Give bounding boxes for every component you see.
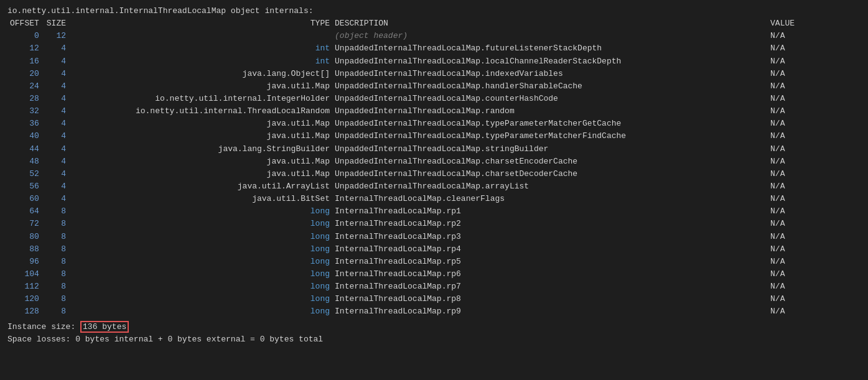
cell-type: java.lang.Object[] <box>71 68 332 80</box>
table-row: 404java.util.MapUnpaddedInternalThreadLo… <box>7 130 861 142</box>
cell-value: N/A <box>768 218 861 230</box>
cell-description: UnpaddedInternalThreadLocalMap.typeParam… <box>332 118 768 130</box>
cell-type: java.util.Map <box>71 130 332 142</box>
cell-type: long <box>71 305 332 318</box>
column-headers: OFFSET SIZE TYPE DESCRIPTION VALUE <box>7 17 861 30</box>
cell-size: 4 <box>44 168 71 180</box>
cell-offset: 52 <box>7 168 44 180</box>
cell-value: N/A <box>768 305 861 318</box>
cell-offset: 24 <box>7 80 44 93</box>
cell-size: 4 <box>44 143 71 155</box>
cell-type: java.util.Map <box>71 118 332 130</box>
space-losses-line: Space losses: 0 bytes internal + 0 bytes… <box>7 333 861 346</box>
cell-type: java.util.BitSet <box>71 193 332 205</box>
cell-type: java.util.ArrayList <box>71 180 332 193</box>
cell-value: N/A <box>768 231 861 243</box>
cell-offset: 80 <box>7 231 44 243</box>
cell-description: UnpaddedInternalThreadLocalMap.typeParam… <box>332 130 768 142</box>
cell-offset: 16 <box>7 55 44 68</box>
cell-size: 4 <box>44 55 71 68</box>
cell-description: UnpaddedInternalThreadLocalMap.arrayList <box>332 180 768 193</box>
table-row: 524java.util.MapUnpaddedInternalThreadLo… <box>7 168 861 180</box>
cell-type: long <box>71 293 332 305</box>
cell-offset: 28 <box>7 93 44 105</box>
cell-size: 8 <box>44 243 71 256</box>
cell-type: io.netty.util.internal.ThreadLocalRandom <box>71 105 332 118</box>
col-header-type: TYPE <box>71 17 332 30</box>
cell-description: UnpaddedInternalThreadLocalMap.handlerSh… <box>332 80 768 93</box>
cell-size: 4 <box>44 180 71 193</box>
cell-description: (object header) <box>332 30 768 42</box>
table-row: 604java.util.BitSetInternalThreadLocalMa… <box>7 193 861 205</box>
table-row: 364java.util.MapUnpaddedInternalThreadLo… <box>7 118 861 130</box>
col-header-value: VALUE <box>768 17 861 30</box>
cell-offset: 72 <box>7 218 44 230</box>
cell-description: UnpaddedInternalThreadLocalMap.charsetDe… <box>332 168 768 180</box>
cell-type: long <box>71 268 332 280</box>
table-row: 124intUnpaddedInternalThreadLocalMap.fut… <box>7 42 861 55</box>
cell-size: 4 <box>44 93 71 105</box>
cell-size: 8 <box>44 231 71 243</box>
cell-size: 8 <box>44 256 71 268</box>
cell-description: InternalThreadLocalMap.rp5 <box>332 256 768 268</box>
cell-value: N/A <box>768 42 861 55</box>
header-line: io.netty.util.internal.InternalThreadLoc… <box>7 5 861 17</box>
cell-size: 8 <box>44 268 71 280</box>
cell-type: java.util.Map <box>71 80 332 93</box>
table-row: 164intUnpaddedInternalThreadLocalMap.loc… <box>7 55 861 68</box>
cell-description: UnpaddedInternalThreadLocalMap.charsetEn… <box>332 155 768 168</box>
cell-value: N/A <box>768 280 861 293</box>
cell-type: io.netty.util.internal.IntegerHolder <box>71 93 332 105</box>
cell-value: N/A <box>768 55 861 68</box>
cell-size: 4 <box>44 68 71 80</box>
cell-value: N/A <box>768 268 861 280</box>
cell-offset: 96 <box>7 256 44 268</box>
table-row: 648longInternalThreadLocalMap.rp1N/A <box>7 205 861 218</box>
cell-size: 8 <box>44 205 71 218</box>
cell-type: long <box>71 231 332 243</box>
cell-value: N/A <box>768 68 861 80</box>
cell-size: 4 <box>44 42 71 55</box>
table-row: 1128longInternalThreadLocalMap.rp7N/A <box>7 280 861 293</box>
footer: Instance size: 136 bytes Space losses: 0… <box>7 321 861 346</box>
cell-size: 8 <box>44 293 71 305</box>
cell-offset: 120 <box>7 293 44 305</box>
col-header-size: SIZE <box>44 17 71 30</box>
cell-offset: 88 <box>7 243 44 256</box>
cell-description: UnpaddedInternalThreadLocalMap.localChan… <box>332 55 768 68</box>
cell-description: UnpaddedInternalThreadLocalMap.counterHa… <box>332 93 768 105</box>
cell-type: long <box>71 205 332 218</box>
cell-value: N/A <box>768 105 861 118</box>
cell-value: N/A <box>768 155 861 168</box>
cell-value: N/A <box>768 256 861 268</box>
cell-offset: 112 <box>7 280 44 293</box>
cell-value: N/A <box>768 293 861 305</box>
cell-description: InternalThreadLocalMap.rp4 <box>332 243 768 256</box>
table-row: 444java.lang.StringBuilderUnpaddedIntern… <box>7 143 861 155</box>
col-header-offset: OFFSET <box>7 17 44 30</box>
cell-size: 8 <box>44 218 71 230</box>
cell-description: UnpaddedInternalThreadLocalMap.futureLis… <box>332 42 768 55</box>
cell-size: 8 <box>44 305 71 318</box>
table-row: 968longInternalThreadLocalMap.rp5N/A <box>7 256 861 268</box>
cell-offset: 128 <box>7 305 44 318</box>
table-row: 012(object header)N/A <box>7 30 861 42</box>
cell-size: 4 <box>44 130 71 142</box>
cell-description: InternalThreadLocalMap.cleanerFlags <box>332 193 768 205</box>
cell-value: N/A <box>768 193 861 205</box>
instance-size-label: Instance size: <box>7 322 75 331</box>
cell-value: N/A <box>768 118 861 130</box>
table-row: 888longInternalThreadLocalMap.rp4N/A <box>7 243 861 256</box>
cell-value: N/A <box>768 93 861 105</box>
cell-offset: 20 <box>7 68 44 80</box>
cell-offset: 32 <box>7 105 44 118</box>
cell-size: 4 <box>44 80 71 93</box>
cell-description: InternalThreadLocalMap.rp7 <box>332 280 768 293</box>
cell-size: 12 <box>44 30 71 42</box>
cell-size: 4 <box>44 118 71 130</box>
cell-offset: 0 <box>7 30 44 42</box>
cell-offset: 48 <box>7 155 44 168</box>
cell-offset: 44 <box>7 143 44 155</box>
cell-type: long <box>71 280 332 293</box>
cell-type: long <box>71 256 332 268</box>
